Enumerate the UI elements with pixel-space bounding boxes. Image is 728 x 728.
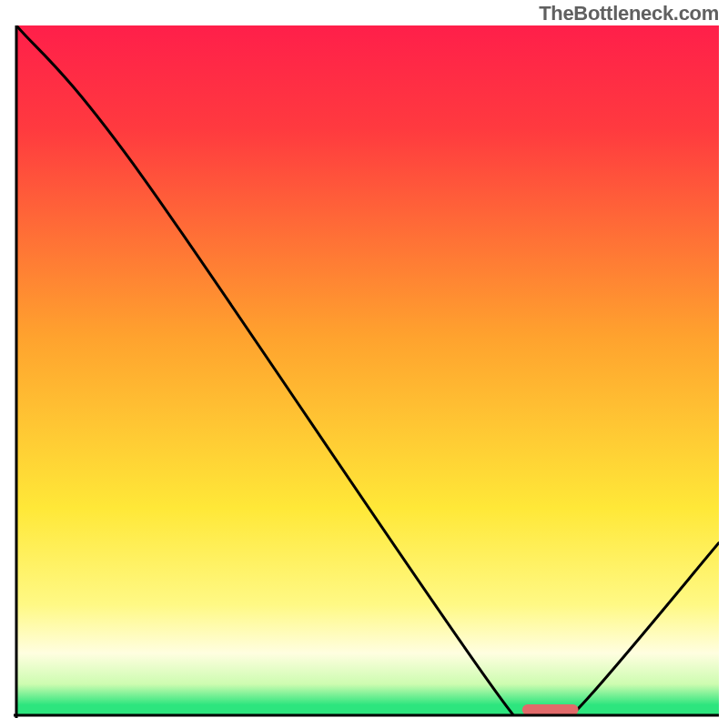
watermark-text: TheBottleneck.com — [539, 2, 719, 25]
bottleneck-chart: TheBottleneck.com — [0, 0, 728, 728]
optimal-range-marker — [522, 704, 579, 715]
chart-svg — [0, 0, 728, 728]
gradient-background — [16, 25, 719, 715]
